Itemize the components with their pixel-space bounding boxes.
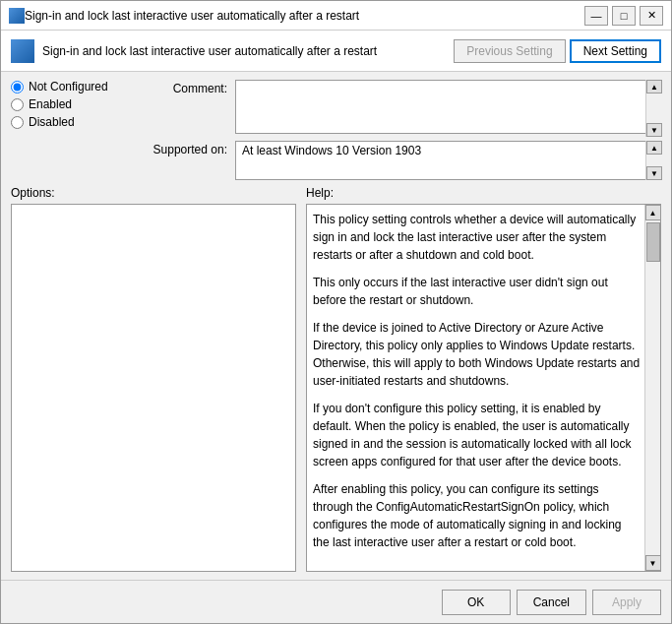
help-scroll-thumb[interactable] bbox=[646, 222, 660, 262]
help-scroll-down[interactable]: ▼ bbox=[645, 555, 661, 571]
supported-scroll-track bbox=[646, 155, 661, 166]
radio-disabled-input[interactable] bbox=[11, 116, 24, 129]
help-para-2: This only occurs if the last interactive… bbox=[313, 274, 641, 309]
ok-button[interactable]: OK bbox=[442, 590, 511, 615]
comment-label: Comment: bbox=[139, 80, 227, 95]
help-para-3: If the device is joined to Active Direct… bbox=[313, 319, 641, 390]
main-content: Not Configured Enabled Disabled Comment: bbox=[1, 72, 671, 580]
top-section: Not Configured Enabled Disabled Comment: bbox=[11, 80, 661, 180]
options-help-section: Options: Help: This policy setting contr… bbox=[11, 186, 661, 572]
radio-group: Not Configured Enabled Disabled bbox=[11, 80, 129, 180]
main-window: Sign-in and lock last interactive user a… bbox=[0, 0, 672, 624]
supported-value-box: At least Windows 10 Version 1903 bbox=[235, 141, 661, 180]
supported-value: At least Windows 10 Version 1903 bbox=[242, 144, 421, 157]
previous-setting-button[interactable]: Previous Setting bbox=[454, 39, 565, 63]
help-scroll-up[interactable]: ▲ bbox=[645, 205, 661, 220]
supported-scrollbar: ▲ ▼ bbox=[645, 141, 661, 180]
comment-row: Comment: ▲ ▼ bbox=[139, 80, 661, 137]
radio-enabled-label: Enabled bbox=[29, 97, 72, 111]
right-section: Comment: ▲ ▼ Supported on: bbox=[139, 80, 661, 180]
help-para-1: This policy setting controls whether a d… bbox=[313, 211, 641, 264]
help-scroll-track bbox=[646, 262, 660, 555]
radio-not-configured-input[interactable] bbox=[11, 81, 24, 94]
nav-buttons: Previous Setting Next Setting bbox=[454, 39, 661, 63]
radio-not-configured[interactable]: Not Configured bbox=[11, 80, 129, 94]
options-panel: Options: bbox=[11, 186, 296, 572]
help-para-4: If you don't configure this policy setti… bbox=[313, 400, 641, 470]
supported-label: Supported on: bbox=[139, 141, 227, 156]
header-bar: Sign-in and lock last interactive user a… bbox=[1, 31, 671, 72]
radio-enabled-input[interactable] bbox=[11, 98, 24, 111]
help-text-content: This policy setting controls whether a d… bbox=[307, 205, 660, 571]
comment-field-wrapper: ▲ ▼ bbox=[235, 80, 661, 137]
comment-scroll-track bbox=[646, 94, 661, 123]
supported-field-wrapper: At least Windows 10 Version 1903 ▲ ▼ bbox=[235, 141, 661, 180]
help-scrollbar: ▲ ▼ bbox=[644, 205, 660, 571]
title-bar: Sign-in and lock last interactive user a… bbox=[1, 1, 671, 31]
header-icon bbox=[11, 39, 34, 63]
help-panel: Help: This policy setting controls wheth… bbox=[306, 186, 661, 572]
apply-button[interactable]: Apply bbox=[592, 590, 661, 615]
header-title: Sign-in and lock last interactive user a… bbox=[42, 44, 446, 58]
help-box: This policy setting controls whether a d… bbox=[306, 204, 661, 572]
options-label: Options: bbox=[11, 186, 296, 200]
supported-row: Supported on: At least Windows 10 Versio… bbox=[139, 141, 661, 180]
window-title: Sign-in and lock last interactive user a… bbox=[25, 9, 584, 23]
minimize-button[interactable]: — bbox=[584, 6, 608, 26]
comment-scroll-up[interactable]: ▲ bbox=[646, 80, 662, 94]
comment-scroll-down[interactable]: ▼ bbox=[646, 123, 662, 137]
options-box bbox=[11, 204, 296, 572]
radio-disabled-label: Disabled bbox=[29, 115, 75, 129]
supported-scroll-up[interactable]: ▲ bbox=[646, 141, 662, 155]
maximize-button[interactable]: □ bbox=[612, 6, 636, 26]
radio-not-configured-label: Not Configured bbox=[29, 80, 108, 94]
window-icon bbox=[9, 8, 25, 24]
footer: OK Cancel Apply bbox=[1, 580, 671, 623]
help-para-5: After enabling this policy, you can conf… bbox=[313, 480, 641, 551]
title-controls: — □ ✕ bbox=[584, 6, 663, 26]
radio-enabled[interactable]: Enabled bbox=[11, 97, 129, 111]
supported-scroll-down[interactable]: ▼ bbox=[646, 166, 662, 180]
cancel-button[interactable]: Cancel bbox=[517, 590, 586, 615]
help-label: Help: bbox=[306, 186, 661, 200]
close-button[interactable]: ✕ bbox=[640, 6, 663, 26]
comment-input[interactable] bbox=[235, 80, 661, 134]
comment-scrollbar: ▲ ▼ bbox=[645, 80, 661, 137]
next-setting-button[interactable]: Next Setting bbox=[570, 39, 661, 63]
radio-disabled[interactable]: Disabled bbox=[11, 115, 129, 129]
